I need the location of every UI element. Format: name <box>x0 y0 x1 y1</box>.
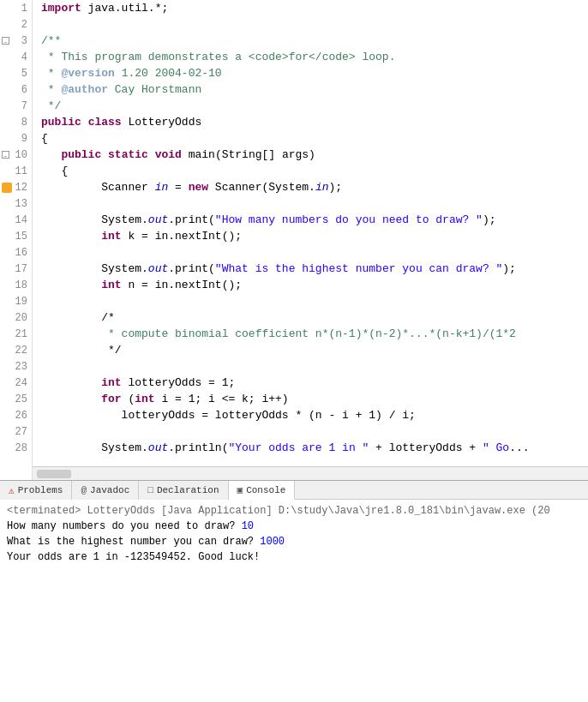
gutter-line-11: 11 <box>0 163 32 179</box>
gutter-line-15: 15 <box>0 228 32 244</box>
gutter-line-1: 1 <box>0 0 32 16</box>
token-plain: LotteryOdds <box>122 116 202 129</box>
code-line-16 <box>41 244 588 261</box>
gutter-line-18: 18 <box>0 277 32 293</box>
token-field: out <box>148 213 168 226</box>
code-line-3: /** <box>41 33 588 49</box>
line-number-11: 11 <box>15 165 27 177</box>
token-plain: ); <box>502 262 516 275</box>
line-number-6: 6 <box>21 84 27 96</box>
token-plain: i = 1; i <= k; i++) <box>155 393 289 405</box>
line-number-22: 22 <box>15 345 27 357</box>
token-plain: */ <box>41 344 122 357</box>
token-plain: /* <box>41 311 115 324</box>
token-comment: */ <box>41 99 61 112</box>
token-plain: + lotteryOdds + <box>369 441 483 454</box>
token-plain: main(String[] args) <box>182 148 315 161</box>
tab-console[interactable]: ▣Console <box>229 481 296 500</box>
token-plain: ( <box>122 393 135 405</box>
tab-declaration[interactable]: □Declaration <box>139 481 228 500</box>
token-comment: 1.20 2004-02-10 <box>115 67 222 80</box>
javadoc-icon: @ <box>81 485 87 495</box>
gutter-line-16: 16 <box>0 244 32 261</box>
gutter-line-20: 20 <box>0 309 32 326</box>
line-number-13: 13 <box>15 198 27 210</box>
console-output: <terminated> LotteryOdds [Java Applicati… <box>0 500 588 702</box>
token-kw: import <box>41 2 81 15</box>
code-line-6: * @author Cay Horstmann <box>41 81 588 98</box>
token-plain <box>101 148 108 161</box>
token-plain <box>41 148 61 161</box>
token-plain: .print( <box>168 262 215 275</box>
token-kw: public <box>61 148 101 161</box>
token-kw: void <box>155 148 182 161</box>
token-plain <box>41 279 101 291</box>
gutter-line-28: 28 <box>0 440 32 456</box>
line-number-20: 20 <box>15 312 27 324</box>
gutter-line-7: 7 <box>0 98 32 114</box>
code-line-15: int k = in.nextInt(); <box>41 228 588 244</box>
token-comment: * <box>41 67 61 80</box>
token-field: out <box>148 262 168 275</box>
code-line-24: int lotteryOdds = 1; <box>41 375 588 391</box>
line-number-5: 5 <box>21 68 27 80</box>
token-plain: { <box>41 165 68 177</box>
gutter-line-24: 24 <box>0 375 32 391</box>
token-string: "How many numbers do you need to draw? " <box>215 213 483 226</box>
declaration-icon: □ <box>147 485 153 495</box>
token-plain: System. <box>41 441 148 454</box>
token-kw: int <box>135 393 154 405</box>
code-line-11: { <box>41 163 588 179</box>
gutter-line-17: 17 <box>0 261 32 277</box>
code-line-5: * @version 1.20 2004-02-10 <box>41 65 588 81</box>
line-number-7: 7 <box>21 100 27 112</box>
console-value-2: 1000 <box>260 536 285 548</box>
token-kw: class <box>88 116 122 129</box>
token-plain: System. <box>41 262 148 275</box>
fold-btn-10[interactable]: - <box>2 151 9 159</box>
token-plain: n = in.nextInt(); <box>122 279 242 291</box>
code-line-10: public static void main(String[] args) <box>41 147 588 163</box>
console-line-2: What is the highest number you can draw?… <box>7 534 581 549</box>
line-number-26: 26 <box>15 410 27 422</box>
token-comment: Cay Horstmann <box>108 83 201 96</box>
console-label: Console <box>246 485 285 495</box>
code-line-1: import java.util.*; <box>41 0 588 16</box>
line-number-16: 16 <box>15 247 27 259</box>
code-line-19 <box>41 293 588 309</box>
token-string: "What is the highest number you can draw… <box>215 262 502 275</box>
fold-btn-3[interactable]: - <box>2 37 9 45</box>
code-line-18: int n = in.nextInt(); <box>41 277 588 293</box>
token-plain: ... <box>509 441 529 454</box>
code-line-4: * This program demonstrates a <code>for<… <box>41 49 588 65</box>
gutter-line-4: 4 <box>0 49 32 65</box>
scroll-thumb <box>37 470 71 478</box>
gutter-line-25: 25 <box>0 391 32 407</box>
token-plain <box>148 148 155 161</box>
gutter-line-27: 27 <box>0 423 32 440</box>
problems-label: Problems <box>18 485 63 495</box>
line-number-28: 28 <box>15 442 27 454</box>
horizontal-scrollbar[interactable] <box>33 466 588 480</box>
console-icon: ▣ <box>237 484 243 495</box>
tab-problems[interactable]: ⚠Problems <box>0 481 72 500</box>
gutter-line-14: 14 <box>0 212 32 228</box>
line-number-12: 12 <box>15 182 27 194</box>
token-plain <box>41 376 101 389</box>
gutter-line-23: 23 <box>0 358 32 375</box>
gutter-line-6: 6 <box>0 81 32 98</box>
line-number-23: 23 <box>15 361 27 373</box>
tab-javadoc[interactable]: @Javadoc <box>72 481 139 500</box>
token-string: "Your odds are 1 in " <box>228 441 369 454</box>
token-javadoc-tag: @author <box>61 83 108 96</box>
line-number-8: 8 <box>21 117 27 129</box>
gutter-line-26: 26 <box>0 407 32 423</box>
token-plain <box>41 393 101 405</box>
token-kw: new <box>189 181 208 194</box>
code-line-7: */ <box>41 98 588 114</box>
token-string: " Go <box>483 441 509 454</box>
line-number-9: 9 <box>21 133 27 145</box>
gutter: 12-3456789-1011⚠121314151617181920212223… <box>0 0 33 480</box>
line-number-10: 10 <box>15 149 27 161</box>
token-kw: for <box>101 393 121 405</box>
